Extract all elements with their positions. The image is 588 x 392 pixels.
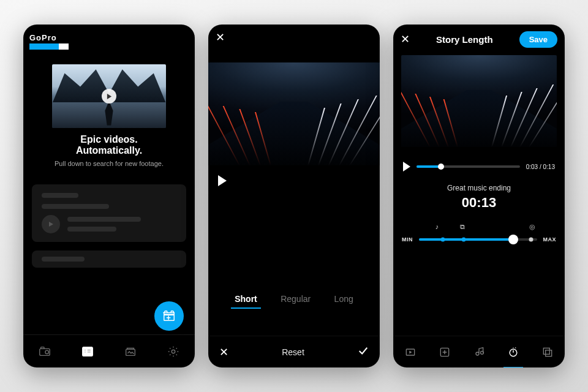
svg-rect-5 — [87, 349, 91, 350]
svg-rect-7 — [87, 352, 91, 353]
play-button[interactable] — [403, 162, 410, 172]
length-option-regular[interactable]: Regular — [281, 294, 311, 309]
play-placeholder-icon — [42, 215, 60, 233]
page-title: Story Length — [436, 34, 493, 45]
screen-length-picker: ✕ Short Regular Long ✕ Reset — [208, 24, 380, 368]
tab-settings[interactable] — [166, 344, 181, 359]
feed-card-placeholder — [32, 251, 186, 268]
length-slider-row: MIN MAX — [402, 236, 556, 243]
hero-subtitle: Pull down to search for new footage. — [52, 160, 166, 167]
duration-block: Great music ending 00:13 — [393, 184, 565, 211]
bottom-tabbar — [23, 334, 195, 368]
social-mark-icon: ◎ — [529, 223, 535, 231]
tab-media[interactable] — [123, 344, 138, 359]
max-label: MAX — [543, 236, 557, 243]
min-label: MIN — [402, 236, 413, 243]
playback-row: 0:03 / 0:13 — [393, 147, 565, 172]
tab-layout[interactable] — [540, 345, 555, 360]
play-button[interactable] — [218, 175, 227, 186]
cancel-button[interactable]: ✕ — [219, 345, 228, 359]
hero: Epic videos. Automatically. Pull down to… — [52, 64, 166, 167]
svg-point-9 — [172, 350, 175, 353]
create-video-fab[interactable] — [154, 301, 184, 331]
screen-home: GoPro Epic videos. Automatically. Pull d… — [23, 24, 195, 368]
tab-feed[interactable] — [80, 344, 95, 359]
ending-label: Great music ending — [393, 184, 565, 192]
tab-length[interactable] — [506, 345, 521, 360]
reset-button[interactable]: Reset — [282, 347, 304, 357]
confirm-button[interactable] — [358, 345, 369, 359]
svg-rect-13 — [543, 348, 549, 354]
save-button[interactable]: Save — [519, 31, 557, 48]
logo-text: GoPro — [29, 33, 189, 42]
video-mark-icon: ⧉ — [460, 223, 465, 231]
svg-rect-4 — [85, 349, 86, 350]
bottom-bar: ✕ Reset — [208, 336, 380, 368]
length-options: Short Regular Long — [208, 294, 380, 309]
play-icon — [102, 89, 116, 104]
play-icon — [403, 162, 410, 172]
feed-card-placeholder — [32, 184, 186, 242]
length-option-long[interactable]: Long — [334, 294, 353, 309]
screen-story-length: ✕ Story Length Save 0:03 / 0:13 Great mu… — [393, 24, 565, 368]
tab-camera[interactable] — [37, 344, 52, 359]
tab-clips[interactable] — [403, 345, 418, 360]
close-button[interactable]: ✕ — [401, 32, 410, 46]
svg-rect-14 — [546, 350, 552, 356]
editor-tabbar — [393, 336, 565, 368]
svg-point-1 — [45, 350, 49, 354]
preview-video[interactable] — [208, 62, 380, 165]
svg-rect-6 — [85, 352, 86, 353]
duration-value: 00:13 — [393, 195, 565, 211]
tab-add[interactable] — [437, 345, 452, 360]
length-option-short[interactable]: Short — [235, 294, 257, 309]
music-note-icon: ♪ — [435, 223, 439, 230]
play-icon — [218, 175, 227, 186]
header: ✕ Story Length Save — [393, 24, 565, 54]
preview-video[interactable] — [401, 55, 557, 147]
logo-squares — [29, 43, 189, 50]
length-slider[interactable] — [419, 238, 537, 241]
slider-marks: ♪ ⧉ ◎ — [409, 223, 549, 234]
close-button[interactable]: ✕ — [216, 31, 225, 44]
feed-list[interactable] — [23, 172, 195, 334]
svg-rect-2 — [41, 347, 45, 349]
gopro-logo: GoPro — [23, 24, 195, 53]
time-display: 0:03 / 0:13 — [526, 164, 555, 170]
hero-video-thumbnail[interactable] — [52, 64, 166, 128]
hero-title: Epic videos. Automatically. — [52, 134, 166, 156]
tab-music[interactable] — [472, 345, 486, 360]
scrubber[interactable] — [417, 165, 520, 168]
